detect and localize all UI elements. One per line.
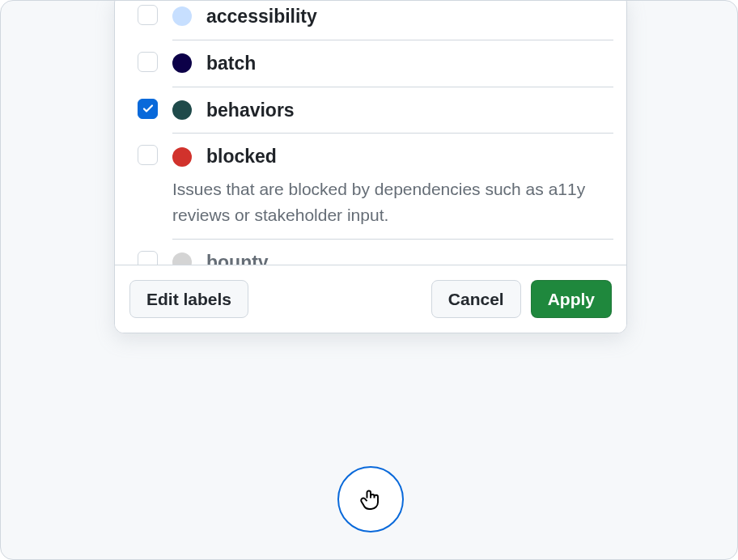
label-item[interactable]: blocked Issues that are blocked by depen… [138, 134, 613, 240]
label-name: behaviors [206, 99, 295, 122]
label-color-dot [172, 53, 192, 73]
page-background: accessibility batch [0, 0, 738, 560]
edit-labels-button[interactable]: Edit labels [129, 280, 248, 318]
label-name: bounty [206, 251, 269, 265]
pointer-hand-icon [356, 485, 385, 514]
label-item[interactable]: batch [138, 40, 613, 87]
footer-actions: Cancel Apply [431, 280, 612, 318]
apply-button[interactable]: Apply [531, 280, 612, 318]
label-description: Issues that are blocked by dependencies … [172, 176, 613, 227]
label-checkbox[interactable] [138, 251, 158, 265]
label-name: batch [206, 52, 256, 75]
label-checkbox[interactable] [138, 5, 158, 25]
labels-dropdown-panel: accessibility batch [114, 0, 627, 333]
label-color-dot [172, 100, 192, 120]
check-icon [142, 102, 155, 115]
label-checkbox[interactable] [138, 145, 158, 165]
label-name: accessibility [206, 5, 317, 28]
label-checkbox[interactable] [138, 99, 158, 119]
label-content: bounty [172, 251, 613, 265]
label-item[interactable]: accessibility [138, 0, 613, 40]
label-checkbox[interactable] [138, 52, 158, 72]
label-item[interactable]: bounty [138, 240, 613, 265]
label-color-dot [172, 6, 192, 26]
label-item[interactable]: behaviors [138, 87, 613, 134]
dropdown-footer: Edit labels Cancel Apply [115, 265, 626, 333]
label-content: behaviors [172, 99, 613, 134]
label-content: blocked Issues that are blocked by depen… [172, 145, 613, 240]
pointer-cursor-badge [337, 466, 404, 532]
cancel-button[interactable]: Cancel [431, 280, 521, 318]
label-list: accessibility batch [115, 0, 626, 265]
label-name: blocked [206, 145, 277, 168]
label-color-dot [172, 147, 192, 167]
label-content: accessibility [172, 5, 613, 40]
label-color-dot [172, 252, 192, 264]
label-content: batch [172, 52, 613, 87]
